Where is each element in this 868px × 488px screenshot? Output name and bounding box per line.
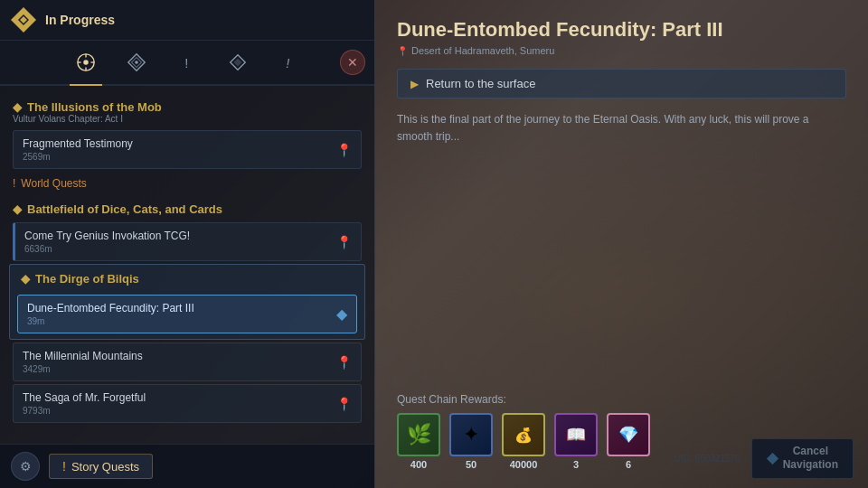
quest-description: This is the final part of the journey to…: [397, 111, 846, 393]
quest-group-title: The Illusions of the Mob: [27, 100, 162, 114]
tab-nav4[interactable]: [222, 46, 254, 79]
tab-quests[interactable]: [70, 46, 102, 79]
right-panel: Dune-Entombed Fecundity: Part III 📍 Dese…: [375, 0, 868, 488]
reward-icon-1: ✦: [449, 413, 493, 456]
tab-nav3[interactable]: !: [171, 46, 203, 79]
nav-tabs: ! ! ✕: [0, 41, 374, 86]
world-quests-header: ! World Quests: [0, 172, 374, 195]
reward-icon-0: 🌿: [397, 413, 440, 456]
objective-arrow-icon: ▶: [410, 78, 419, 90]
reward-count-1: 50: [466, 459, 476, 470]
bottom-bar-left: ⚙ ! Story Quests: [0, 444, 374, 488]
tab-nav2[interactable]: [120, 46, 153, 79]
quest-item-dune-selected[interactable]: Dune-Entombed Fecundity: Part III 39m ◆: [17, 295, 357, 333]
quest-location-text: Desert of Hadramaveth, Sumeru: [411, 45, 554, 56]
settings-button[interactable]: ⚙: [11, 452, 40, 481]
quest-group-dirge: ◆ The Dirge of Bilqis Dune-Entombed Fecu…: [9, 264, 365, 340]
reward-icon-2: 💰: [502, 413, 545, 456]
tab-nav5[interactable]: !: [272, 46, 305, 79]
svg-point-6: [135, 61, 138, 64]
quest-item-millennial[interactable]: The Millennial Mountains 3429m 📍: [13, 343, 362, 381]
location-pin-icon: 📍: [397, 46, 408, 56]
left-panel: In Progress: [0, 0, 375, 488]
quest-item-saga[interactable]: The Saga of Mr. Forgetful 9793m 📍: [13, 384, 362, 423]
rewards-section: Quest Chain Rewards: 🌿 400 ✦ 50 💰 40000 …: [397, 393, 846, 470]
quest-location: 📍 Desert of Hadramaveth, Sumeru: [397, 45, 846, 56]
quest-pin-icon4: 📍: [336, 397, 352, 411]
reward-count-2: 40000: [510, 459, 538, 470]
quest-list: ◆ The Illusions of the Mob Vultur Volans…: [0, 86, 374, 444]
story-quests-label: Story Quests: [71, 460, 139, 474]
objective-bar: ▶ Return to the surface: [397, 69, 846, 99]
quest-selected-icon: ◆: [336, 305, 347, 323]
quest-detail-title: Dune-Entombed Fecundity: Part III: [397, 18, 846, 42]
reward-item-4: 💎 6: [607, 413, 650, 470]
story-quests-excl-icon: !: [62, 459, 66, 474]
quest-pin-icon: 📍: [336, 143, 352, 157]
reward-item-1: ✦ 50: [449, 413, 493, 470]
svg-text:!: !: [286, 56, 289, 70]
header: In Progress: [0, 0, 374, 41]
rewards-row: 🌿 400 ✦ 50 💰 40000 📖 3 💎 6: [397, 413, 846, 470]
close-button[interactable]: ✕: [340, 50, 365, 75]
story-quest-illusions: ◆ The Illusions of the Mob Vultur Volans…: [0, 93, 374, 127]
quest-group-subtitle: Vultur Volans Chapter: Act I: [13, 114, 362, 124]
quest-item-fragmented[interactable]: Fragmented Testimony 2569m 📍: [13, 130, 362, 169]
objective-text: Return to the surface: [426, 77, 535, 90]
rewards-label: Quest Chain Rewards:: [397, 393, 846, 406]
reward-item-3: 📖 3: [554, 413, 598, 470]
reward-icon-4: 💎: [607, 413, 650, 456]
svg-text:!: !: [184, 56, 188, 70]
reward-count-3: 3: [573, 459, 579, 470]
settings-icon: ⚙: [20, 459, 32, 474]
quest-pin-icon3: 📍: [336, 355, 352, 370]
reward-icon-3: 📖: [554, 413, 598, 456]
svg-point-1: [83, 60, 89, 65]
reward-item-0: 🌿 400: [397, 413, 440, 470]
quest-pin-icon2: 📍: [336, 235, 352, 249]
world-group-battlefield: ◆ Battlefield of Dice, Cats, and Cards: [0, 195, 374, 220]
reward-item-2: 💰 40000: [502, 413, 545, 470]
quest-item-tcg[interactable]: Come Try Genius Invokation TCG! 6636m 📍: [13, 222, 362, 261]
reward-count-4: 6: [626, 459, 631, 470]
header-status: In Progress: [45, 13, 363, 27]
reward-count-0: 400: [410, 459, 427, 470]
header-icon: [11, 7, 36, 33]
story-quests-button[interactable]: ! Story Quests: [49, 454, 153, 479]
